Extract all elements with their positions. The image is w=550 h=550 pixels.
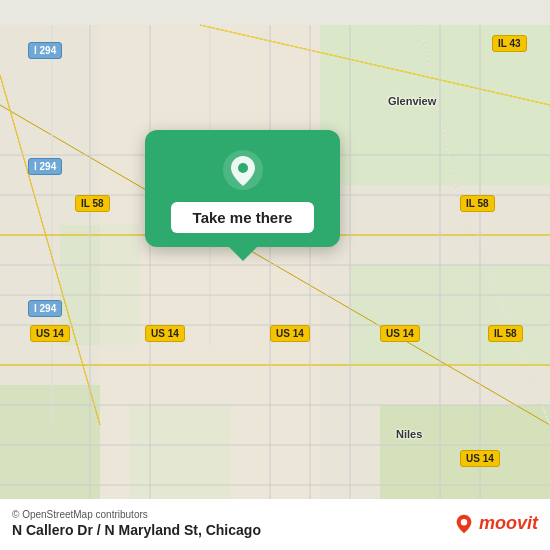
badge-i294-bottom: I 294: [28, 300, 62, 317]
badge-us14-4: US 14: [380, 325, 420, 342]
badge-il58-bottom: IL 58: [488, 325, 523, 342]
attribution-text: © OpenStreetMap contributors: [12, 509, 261, 520]
svg-rect-2: [350, 265, 550, 365]
badge-il58-right: IL 58: [460, 195, 495, 212]
svg-point-42: [461, 518, 467, 524]
location-label: N Callero Dr / N Maryland St, Chicago: [12, 522, 261, 538]
label-glenview: Glenview: [388, 95, 436, 107]
popup-card: Take me there: [145, 130, 340, 247]
badge-i294-mid: I 294: [28, 158, 62, 175]
location-pin-icon: [221, 148, 265, 192]
badge-i294-top: I 294: [28, 42, 62, 59]
bottom-bar: © OpenStreetMap contributors N Callero D…: [0, 499, 550, 550]
map: I 294 I 294 I 294 IL 43 IL 21 IL 58 IL 5…: [0, 0, 550, 550]
moovit-icon: [453, 513, 475, 535]
badge-us14-2: US 14: [145, 325, 185, 342]
badge-us14-3: US 14: [270, 325, 310, 342]
badge-il43: IL 43: [492, 35, 527, 52]
badge-us14-1: US 14: [30, 325, 70, 342]
moovit-logo: moovit: [453, 513, 538, 535]
badge-us14-niles: US 14: [460, 450, 500, 467]
badge-il58-left: IL 58: [75, 195, 110, 212]
moovit-text: moovit: [479, 513, 538, 534]
svg-point-41: [238, 163, 248, 173]
take-me-there-button[interactable]: Take me there: [171, 202, 315, 233]
bottom-bar-info: © OpenStreetMap contributors N Callero D…: [12, 509, 261, 538]
label-niles: Niles: [396, 428, 422, 440]
